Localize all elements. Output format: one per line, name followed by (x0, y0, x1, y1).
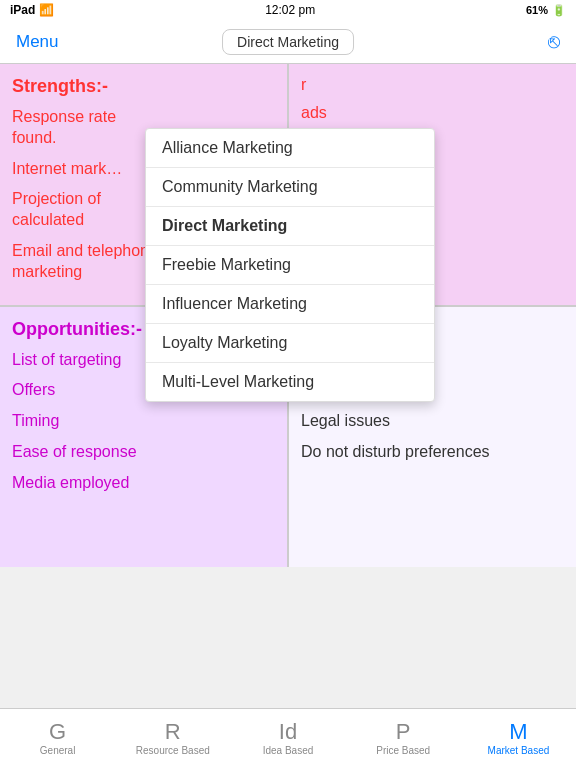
dropdown-item-direct[interactable]: Direct Marketing (146, 207, 434, 246)
partial-item-r: r (301, 76, 564, 94)
tab-general-icon: G (49, 721, 66, 743)
threat-item-4: Do not disturb preferences (301, 442, 564, 463)
dropdown-item-community[interactable]: Community Marketing (146, 168, 434, 207)
dropdown-item-influencer[interactable]: Influencer Marketing (146, 285, 434, 324)
status-time: 12:02 pm (265, 3, 315, 17)
opp-item-5: Media employed (12, 473, 275, 494)
tab-idea-icon: Id (279, 721, 297, 743)
tab-resource-label: Resource Based (136, 745, 210, 756)
opp-item-3: Timing (12, 411, 275, 432)
nav-title-container: Direct Marketing (222, 29, 354, 55)
tab-market[interactable]: M Market Based (461, 717, 576, 760)
status-bar: iPad 📶 12:02 pm 61% 🔋 (0, 0, 576, 20)
status-right: 61% 🔋 (526, 4, 566, 17)
dropdown-item-freebie[interactable]: Freebie Marketing (146, 246, 434, 285)
tab-idea-label: Idea Based (263, 745, 314, 756)
tab-price[interactable]: P Price Based (346, 717, 461, 760)
tab-price-icon: P (396, 721, 411, 743)
nav-bar: Menu Direct Marketing ⎋ (0, 20, 576, 64)
threat-item-3: Legal issues (301, 411, 564, 432)
ipad-label: iPad (10, 3, 35, 17)
dropdown-item-alliance[interactable]: Alliance Marketing (146, 129, 434, 168)
strengths-header: Strengths:- (12, 76, 275, 97)
tab-idea[interactable]: Id Idea Based (230, 717, 345, 760)
tab-general[interactable]: G General (0, 717, 115, 760)
nav-title-dropdown[interactable]: Direct Marketing (222, 29, 354, 55)
tab-market-label: Market Based (488, 745, 550, 756)
tab-bar: G General R Resource Based Id Idea Based… (0, 708, 576, 768)
dropdown-menu: Alliance Marketing Community Marketing D… (145, 128, 435, 402)
battery-label: 61% (526, 4, 548, 16)
tab-market-icon: M (509, 721, 527, 743)
status-left: iPad 📶 (10, 3, 54, 17)
dropdown-item-multilevel[interactable]: Multi-Level Marketing (146, 363, 434, 401)
tab-general-label: General (40, 745, 76, 756)
wifi-icon: 📶 (39, 3, 54, 17)
opp-item-4: Ease of response (12, 442, 275, 463)
dropdown-item-loyalty[interactable]: Loyalty Marketing (146, 324, 434, 363)
tab-resource-icon: R (165, 721, 181, 743)
tab-resource[interactable]: R Resource Based (115, 717, 230, 760)
partial-item-ads: ads (301, 104, 564, 122)
share-button[interactable]: ⎋ (548, 30, 560, 53)
menu-button[interactable]: Menu (16, 32, 59, 52)
battery-icon: 🔋 (552, 4, 566, 17)
tab-price-label: Price Based (376, 745, 430, 756)
